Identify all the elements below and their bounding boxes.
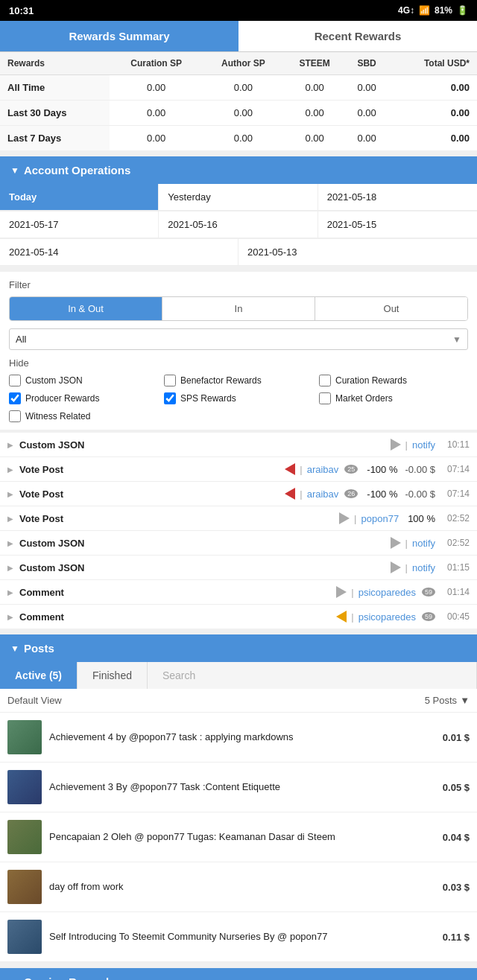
date-today[interactable]: Today — [0, 184, 159, 211]
hide-checkbox-item: Producer Rewards — [9, 392, 158, 404]
op-time: 10:11 — [440, 439, 470, 450]
expand-arrow: ▶ — [7, 490, 15, 498]
left-arrow-red-icon — [285, 463, 295, 475]
post-value: 0.04 $ — [443, 832, 470, 843]
filter-tab-in[interactable]: In — [162, 297, 315, 320]
hide-label: Hide — [9, 357, 468, 369]
date-2021-05-14[interactable]: 2021-05-14 — [0, 239, 238, 265]
op-percent: 100 % — [408, 513, 435, 524]
list-item[interactable]: Achievement 4 by @popon77 task : applyin… — [0, 713, 477, 763]
list-item[interactable]: ▶ Custom JSON | notify 10:11 — [0, 433, 477, 457]
op-user[interactable]: notify — [412, 538, 435, 549]
op-separator: | — [300, 489, 302, 500]
op-user[interactable]: popon77 — [361, 513, 399, 524]
filter-tab-out[interactable]: Out — [315, 297, 467, 320]
op-time: 02:52 — [440, 538, 470, 548]
op-type: Vote Post — [19, 464, 280, 475]
filter-tab-in-out[interactable]: In & Out — [10, 297, 162, 320]
checkbox-sps-rewards[interactable] — [164, 392, 176, 404]
checkbox-benefactor-rewards[interactable] — [164, 375, 176, 386]
date-2021-05-15[interactable]: 2021-05-15 — [318, 211, 477, 238]
posts-tab-search[interactable]: Search — [148, 662, 477, 689]
list-item[interactable]: ▶ Vote Post | popon77 100 % 02:52 — [0, 506, 477, 531]
right-arrow-icon — [391, 439, 401, 451]
op-separator: | — [351, 587, 353, 598]
op-value: -0.00 $ — [405, 489, 435, 500]
post-thumbnail — [7, 920, 42, 954]
op-separator: | — [405, 439, 408, 451]
list-item[interactable]: day off from work 0.03 $ — [0, 862, 477, 912]
op-type: Custom JSON — [19, 562, 386, 573]
list-item[interactable]: Achievement 3 By @popon77 Task :Content … — [0, 763, 477, 812]
op-type: Custom JSON — [19, 439, 386, 451]
list-item[interactable]: Self Introducing To Steemit Community Nu… — [0, 912, 477, 962]
post-thumbnail — [7, 870, 42, 904]
status-signal: 4G↕ — [398, 5, 414, 16]
op-user[interactable]: araibav — [307, 464, 339, 475]
chevron-down-icon-posts: ▼ — [460, 695, 470, 706]
date-yesterday[interactable]: Yesterday — [159, 184, 318, 211]
battery-icon: 🔋 — [457, 5, 468, 16]
checkbox-label-producer-rewards: Producer Rewards — [25, 393, 99, 404]
checkbox-custom-json[interactable] — [9, 375, 21, 386]
checkbox-label-sps-rewards: SPS Rewards — [180, 393, 236, 404]
posts-tab-active[interactable]: Active (5) — [0, 662, 78, 689]
expand-arrow: ▶ — [7, 564, 15, 572]
author-cell: 0.00 — [203, 101, 284, 126]
op-separator: | — [300, 464, 302, 475]
date-grid-row3: 2021-05-14 2021-05-13 — [0, 239, 477, 266]
op-type: Comment — [19, 611, 332, 623]
checkbox-curation-rewards[interactable] — [319, 375, 331, 386]
rewards-table: Rewards Curation SP Author SP STEEM SBD … — [0, 52, 477, 150]
op-user[interactable]: psicoparedes — [358, 611, 416, 623]
date-2021-05-16[interactable]: 2021-05-16 — [159, 211, 318, 238]
list-item[interactable]: ▶ Comment | psicoparedes59 00:45 — [0, 605, 477, 629]
checkbox-producer-rewards[interactable] — [9, 392, 21, 404]
op-separator: | — [405, 538, 408, 549]
filter-dropdown-value: All — [16, 334, 452, 345]
list-item[interactable]: ▶ Comment | psicoparedes59 01:14 — [0, 580, 477, 605]
hide-checkboxes: Custom JSONBenefactor RewardsCuration Re… — [9, 375, 468, 422]
checkbox-label-curation-rewards: Curation Rewards — [335, 375, 407, 386]
checkbox-market-orders[interactable] — [319, 392, 331, 404]
filter-dropdown[interactable]: All ▼ — [9, 328, 468, 350]
checkbox-witness-related[interactable] — [9, 410, 21, 422]
table-row: All Time 0.00 0.00 0.00 0.00 0.00 — [0, 75, 477, 101]
op-user[interactable]: notify — [412, 439, 435, 451]
posts-section: ▼ Posts Active (5) Finished Search Defau… — [0, 634, 477, 962]
tab-rewards-summary[interactable]: Rewards Summary — [0, 21, 238, 51]
op-user[interactable]: psicoparedes — [358, 587, 416, 598]
post-thumbnail — [7, 820, 42, 854]
total-cell: 0.00 — [388, 126, 477, 151]
main-tabs: Rewards Summary Recent Rewards — [0, 21, 477, 52]
author-cell: 0.00 — [203, 126, 284, 151]
hide-checkbox-item: Curation Rewards — [319, 375, 468, 386]
list-item[interactable]: ▶ Vote Post | araibav25 -100 % -0.00 $ 0… — [0, 457, 477, 482]
hide-checkbox-item: SPS Rewards — [164, 392, 313, 404]
date-2021-05-17[interactable]: 2021-05-17 — [0, 211, 159, 238]
coming-rewards-header: ▼ Coming Rewards — [0, 968, 477, 980]
op-time: 07:14 — [440, 464, 470, 474]
list-item[interactable]: ▶ Custom JSON | notify 02:52 — [0, 531, 477, 556]
op-time: 07:14 — [440, 489, 470, 499]
list-item[interactable]: Pencapaian 2 Oleh @ popon77 Tugas: Keama… — [0, 812, 477, 862]
list-item[interactable]: ▶ Vote Post | araibav26 -100 % -0.00 $ 0… — [0, 482, 477, 506]
posts-tab-finished[interactable]: Finished — [78, 662, 148, 689]
date-2021-05-13[interactable]: 2021-05-13 — [238, 239, 477, 265]
post-title: day off from work — [49, 880, 435, 894]
steem-cell: 0.00 — [284, 126, 345, 151]
posts-tabs: Active (5) Finished Search — [0, 662, 477, 689]
user-badge: 59 — [422, 612, 435, 621]
right-arrow-icon — [339, 512, 350, 524]
list-item[interactable]: ▶ Custom JSON | notify 01:15 — [0, 556, 477, 580]
hide-checkbox-item: Custom JSON — [9, 375, 158, 386]
date-2021-05-18[interactable]: 2021-05-18 — [318, 184, 477, 211]
op-user[interactable]: notify — [412, 562, 435, 573]
post-title: Self Introducing To Steemit Community Nu… — [49, 930, 435, 944]
op-time: 01:15 — [440, 562, 470, 573]
op-time: 02:52 — [440, 513, 470, 524]
post-value: 0.11 $ — [443, 932, 470, 943]
sbd-cell: 0.00 — [345, 126, 388, 151]
op-user[interactable]: araibav — [307, 489, 339, 500]
tab-recent-rewards[interactable]: Recent Rewards — [238, 21, 477, 51]
